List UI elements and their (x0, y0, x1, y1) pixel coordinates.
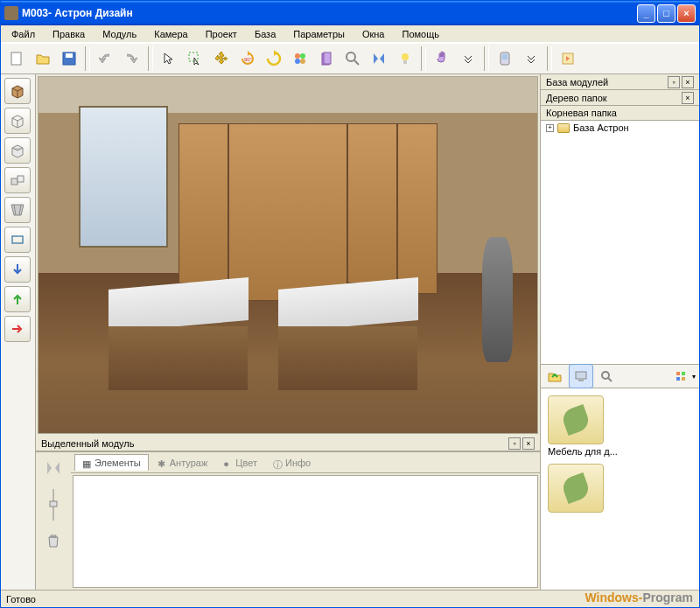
browser-area[interactable]: Мебель для д... (541, 388, 699, 590)
panel-close-button[interactable]: × (522, 437, 535, 450)
maximize-button[interactable]: □ (657, 4, 676, 23)
watermark: Windows-Program (584, 591, 693, 605)
folder-icon (557, 123, 570, 133)
tool-cube-top[interactable] (4, 137, 31, 164)
tree-close-button[interactable]: × (682, 92, 694, 104)
svg-rect-25 (576, 372, 586, 379)
light-button[interactable] (393, 46, 417, 71)
mirror-button[interactable] (367, 46, 391, 71)
svg-rect-30 (682, 372, 685, 375)
menu-edit[interactable]: Правка (46, 27, 92, 41)
modules-panel-title: База модулей ▫ × (541, 74, 699, 90)
statusbar: Готово Windows-Program (1, 590, 699, 607)
rotate-90-button[interactable]: 90° (235, 46, 260, 71)
svg-rect-24 (50, 501, 57, 507)
slider-icon[interactable] (47, 487, 60, 522)
modules-dock-button[interactable]: ▫ (668, 76, 680, 88)
panel-dock-button[interactable]: ▫ (508, 437, 521, 450)
mirror-icon[interactable] (45, 459, 62, 477)
up-folder-button[interactable] (542, 364, 567, 388)
tool-cube-wire[interactable] (4, 108, 31, 134)
browser-item-label: Мебель для д... (548, 446, 618, 457)
tool-rect[interactable] (4, 227, 31, 253)
rotate-button[interactable] (262, 46, 286, 71)
vase (482, 237, 512, 361)
svg-line-12 (354, 60, 359, 65)
menu-camera[interactable]: Камера (147, 27, 194, 41)
browser-item[interactable] (548, 464, 618, 514)
more2-button[interactable] (519, 46, 543, 71)
tab-content (73, 475, 538, 588)
viewport-3d[interactable] (38, 76, 538, 434)
zoom-button[interactable] (340, 46, 365, 71)
svg-rect-0 (11, 52, 21, 65)
new-file-button[interactable] (4, 46, 29, 71)
module-panel: ▦Элементы ✱Антураж ●Цвет ⓘИнфо (36, 451, 540, 590)
svg-rect-31 (676, 377, 680, 381)
svg-point-11 (346, 52, 355, 61)
menu-project[interactable]: Проект (199, 27, 244, 41)
tree-item[interactable]: + База Астрон (541, 121, 699, 135)
menu-windows[interactable]: Окна (355, 27, 392, 41)
svg-rect-3 (189, 52, 198, 61)
menu-module[interactable]: Модуль (95, 27, 144, 41)
door-button[interactable] (314, 46, 339, 71)
svg-rect-26 (578, 380, 584, 381)
trash-icon[interactable] (46, 533, 60, 549)
tree-item-label: База Астрон (573, 122, 629, 133)
modules-close-button[interactable]: × (682, 76, 694, 88)
tree-panel-title: Дерево папок × (541, 90, 699, 106)
status-text: Готово (6, 594, 36, 605)
expand-icon[interactable]: + (546, 124, 554, 132)
computer-button[interactable] (569, 364, 593, 388)
more-button[interactable] (456, 46, 480, 71)
tool-arrow-down[interactable] (4, 256, 31, 283)
palette-button[interactable] (288, 46, 312, 71)
select-area-button[interactable] (183, 46, 207, 71)
browser-item[interactable]: Мебель для д... (548, 395, 618, 457)
redo-button[interactable] (120, 46, 144, 71)
tool-arrow-up[interactable] (4, 286, 31, 312)
close-button[interactable]: × (677, 4, 696, 23)
window-title: М003- Астрон Дизайн (22, 7, 637, 19)
search-button[interactable] (595, 364, 620, 388)
tool-cube-solid[interactable] (4, 78, 31, 104)
tab-color[interactable]: ●Цвет (216, 455, 264, 471)
svg-rect-14 (403, 60, 407, 64)
svg-rect-10 (324, 52, 331, 64)
minimize-button[interactable]: _ (637, 4, 655, 23)
tool-perspective[interactable] (4, 197, 31, 223)
menu-help[interactable]: Помощь (395, 27, 446, 41)
browser-toolbar: ▾ (541, 364, 699, 388)
move-button[interactable] (209, 46, 234, 71)
svg-line-28 (608, 378, 612, 381)
tool-multi-cube[interactable] (4, 167, 31, 193)
save-button[interactable] (57, 46, 81, 71)
tab-entourage[interactable]: ✱Антураж (150, 455, 215, 471)
grid-icon: ▦ (82, 458, 91, 467)
left-sidebar (1, 74, 36, 590)
view-mode-button[interactable]: ▾ (673, 364, 697, 388)
open-button[interactable] (31, 46, 55, 71)
room-scene (38, 77, 537, 433)
tab-info[interactable]: ⓘИнфо (266, 455, 318, 471)
svg-point-27 (602, 372, 609, 379)
app-icon (4, 6, 18, 20)
undo-button[interactable] (94, 46, 118, 71)
hand-button[interactable] (430, 46, 454, 71)
circle-icon: ● (223, 458, 232, 467)
tree-view[interactable]: + База Астрон (541, 121, 699, 364)
menu-params[interactable]: Параметры (286, 27, 352, 41)
svg-rect-29 (676, 372, 680, 375)
info-icon: ⓘ (273, 458, 282, 467)
export-button[interactable] (556, 46, 580, 71)
svg-point-7 (295, 59, 300, 64)
star-icon: ✱ (158, 458, 166, 467)
tool-arrow-right[interactable] (4, 316, 31, 342)
menu-file[interactable]: Файл (4, 27, 42, 41)
pointer-button[interactable] (157, 46, 181, 71)
menu-base[interactable]: База (248, 27, 283, 41)
svg-rect-32 (682, 377, 685, 381)
tab-elements[interactable]: ▦Элементы (74, 454, 149, 471)
device-button[interactable] (493, 46, 517, 71)
